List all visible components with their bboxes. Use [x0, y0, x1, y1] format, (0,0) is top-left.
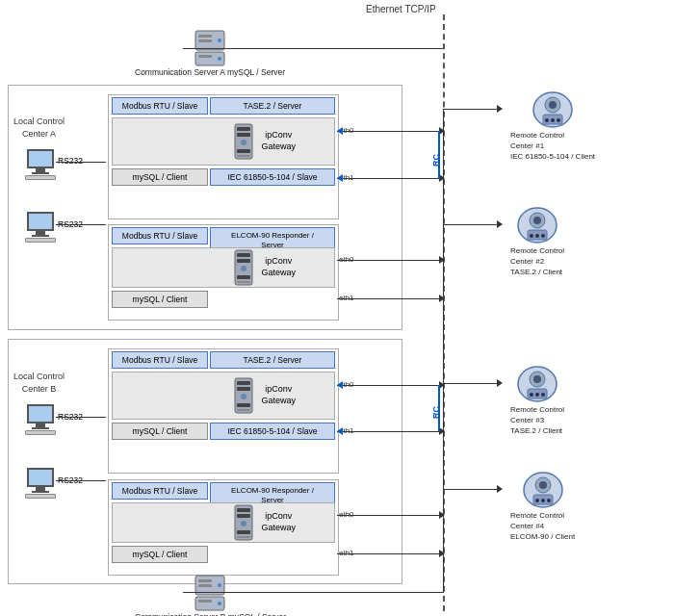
svg-rect-30 [237, 536, 250, 538]
mysql-a1: mySQL / Client [112, 168, 208, 186]
computer-a1 [25, 149, 56, 180]
svg-point-42 [545, 118, 549, 122]
ipconv-b1-label: ipConvGateway [261, 384, 296, 406]
svg-rect-18 [237, 281, 250, 283]
computer-b1 [25, 404, 56, 435]
eth1-a1-arrow-left [337, 174, 343, 182]
svg-rect-20 [237, 381, 250, 385]
svg-point-34 [218, 602, 221, 605]
remote-center-1: Remote ControlCenter #1IEC 61850-5-104 /… [510, 91, 595, 163]
svg-point-22 [241, 394, 246, 399]
modbus-a2: Modbus RTU / Slave [112, 227, 208, 244]
svg-point-48 [533, 217, 541, 224]
modbus-b2: Modbus RTU / Slave [112, 482, 208, 500]
svg-point-44 [557, 118, 560, 122]
svg-rect-21 [237, 387, 250, 391]
svg-rect-11 [237, 149, 250, 153]
svg-point-55 [533, 375, 541, 383]
remote-center-2: Remote ControlCenter #2TASE.2 / Client [510, 207, 564, 278]
svg-point-65 [547, 499, 551, 502]
svg-rect-8 [237, 127, 250, 131]
rc-label-2: RC [431, 406, 441, 419]
svg-point-62 [539, 481, 547, 489]
arrow-rc4 [497, 485, 503, 493]
eth0-a1-line [337, 131, 443, 132]
svg-rect-37 [198, 600, 212, 603]
rs232-b1-line [56, 417, 106, 418]
rs232-b2-line [56, 480, 106, 481]
line-comm-b [183, 592, 443, 593]
svg-rect-29 [237, 530, 250, 534]
svg-rect-5 [198, 39, 212, 42]
backbone-seg-2 [443, 224, 444, 388]
eth0-a2-arrow [439, 256, 445, 264]
eth0-b1-line [337, 385, 443, 386]
rc4-label: Remote ControlCenter #4ELCOM-90 / Client [510, 510, 575, 543]
arrow-rc3 [497, 379, 503, 387]
iec-a1: IEC 61850-5-104 / Slave [210, 168, 335, 186]
svg-point-41 [549, 101, 557, 109]
arrow-rc2 [497, 220, 503, 228]
mysql-b2: mySQL / Client [112, 546, 208, 563]
backbone-seg-3 [443, 383, 444, 489]
line-rc3 [443, 383, 501, 384]
svg-point-56 [530, 393, 533, 397]
eth0-a1-arrow-left [337, 127, 343, 135]
svg-point-58 [541, 393, 545, 397]
rc1-label: Remote ControlCenter #1IEC 61850-5-104 /… [510, 130, 595, 163]
svg-rect-4 [198, 35, 212, 38]
eth0-b1-arrow-left [337, 381, 343, 389]
ipconv-a1-label: ipConvGateway [261, 130, 296, 152]
svg-rect-23 [237, 403, 250, 407]
eth1-a2-arrow [439, 295, 445, 302]
svg-point-64 [541, 499, 545, 502]
svg-point-2 [218, 38, 221, 42]
svg-rect-14 [237, 253, 250, 257]
comm-server-b-label: Communication Server B mySQL / Server [135, 612, 286, 616]
svg-point-43 [551, 118, 555, 122]
ipconv-a2-box: ipConvGateway [112, 247, 335, 288]
eth0-a2-line [337, 260, 443, 261]
svg-point-33 [218, 583, 221, 587]
eth1-b1-arrow-left [337, 427, 343, 435]
ipconv-b2-box: ipConvGateway [112, 502, 335, 543]
mysql-a2: mySQL / Client [112, 291, 208, 308]
modbus-a1: Modbus RTU / Slave [112, 97, 208, 115]
rs232-a1-line [56, 162, 106, 163]
rc2-label: Remote ControlCenter #2TASE.2 / Client [510, 245, 564, 278]
computer-b2 [25, 468, 56, 499]
backbone-seg-4 [443, 489, 444, 593]
svg-point-10 [241, 140, 246, 145]
rs232-a2-line [56, 224, 106, 225]
svg-rect-35 [198, 579, 212, 582]
line-rc2 [443, 224, 501, 225]
svg-rect-12 [237, 155, 250, 157]
svg-point-51 [541, 234, 545, 238]
ipconv-b2-label: ipConvGateway [261, 511, 296, 533]
tase2-server-a1: TASE.2 / Server [210, 97, 335, 115]
line-rc4 [443, 489, 501, 490]
comm-server-a-label: Communication Server A mySQL / Server [135, 67, 285, 78]
comm-server-b: Communication Server B mySQL / Server [135, 574, 286, 616]
tase2-server-b: TASE.2 / Server [210, 351, 335, 369]
eth0-b2-arrow [439, 511, 445, 519]
ipconv-a2-label: ipConvGateway [261, 256, 296, 278]
remote-center-3: Remote ControlCenter #3TASE.2 / Client [510, 366, 564, 437]
eth1-b1-line [337, 431, 443, 432]
mysql-b1: mySQL / Client [112, 423, 208, 440]
comm-server-a: Communication Server A mySQL / Server [135, 29, 285, 78]
ipconv-b1-box: ipConvGateway [112, 372, 335, 420]
line-rc1 [443, 109, 501, 110]
line-comm-a [183, 48, 443, 49]
svg-rect-36 [198, 584, 212, 587]
svg-rect-24 [237, 409, 250, 411]
svg-rect-15 [237, 259, 250, 263]
eth0-b2-line [337, 515, 443, 516]
svg-point-3 [218, 57, 221, 61]
computer-a2 [25, 212, 56, 243]
diagram: Ethernet TCP/IP Communication Server A m… [0, 0, 674, 616]
eth1-b2-line [337, 553, 443, 554]
svg-rect-26 [237, 508, 250, 512]
svg-point-49 [530, 234, 533, 238]
svg-point-50 [535, 234, 539, 238]
